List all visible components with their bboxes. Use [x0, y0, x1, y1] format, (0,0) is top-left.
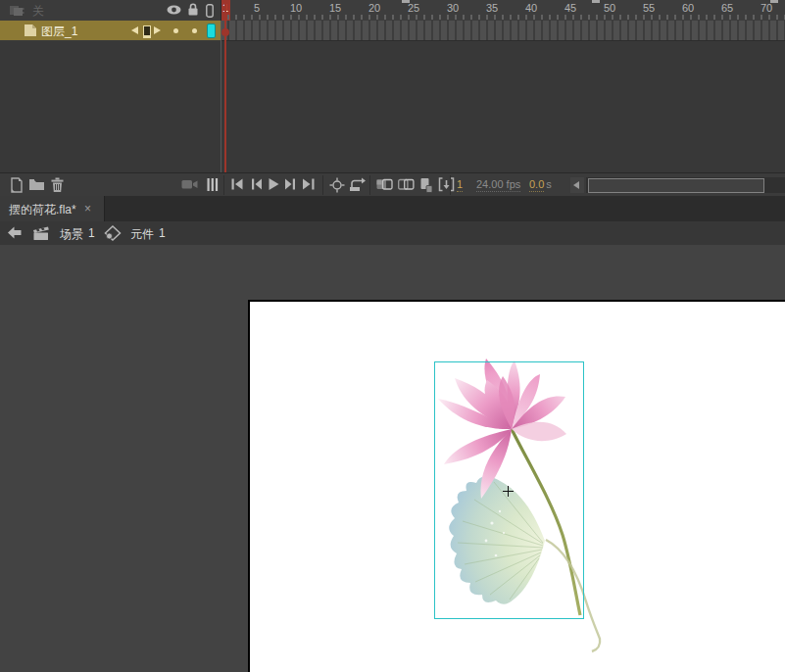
registration-cross	[508, 486, 509, 497]
step-forward-button[interactable]	[284, 177, 298, 191]
current-keyframe-icon[interactable]	[143, 25, 151, 38]
breadcrumb-scene-label[interactable]: 场景	[60, 226, 83, 243]
layer-row[interactable]: 图层_1	[0, 21, 221, 40]
step-back-button[interactable]	[249, 177, 263, 191]
layer-lock-dot[interactable]	[192, 28, 197, 33]
timeline-horizontal-scrollbar[interactable]	[586, 177, 785, 193]
ruler-frame-label: 30	[441, 2, 465, 14]
timeline-panel: 关 1510152025303540455055606570 图	[0, 0, 785, 196]
ruler-frame-label: 55	[637, 2, 661, 14]
timeline-scroll-left-button[interactable]	[570, 177, 584, 193]
edit-multiple-frames-button[interactable]	[418, 177, 433, 193]
prev-keyframe-icon[interactable]	[131, 26, 138, 34]
panel-label: 关	[32, 3, 44, 20]
camera-icon[interactable]	[181, 177, 198, 191]
ruler-frame-label: 60	[676, 2, 700, 14]
document-tab[interactable]: 摆的荷花.fla* ×	[0, 196, 105, 221]
toolbar-divider	[223, 175, 224, 195]
current-frame-field[interactable]: 1	[457, 178, 463, 190]
current-frame-value[interactable]: 1	[457, 178, 463, 192]
go-to-last-frame-button[interactable]	[302, 177, 316, 191]
stage-canvas[interactable]	[248, 300, 785, 672]
breadcrumb-symbol-number: 1	[159, 226, 166, 240]
ruler-frame-label: 45	[559, 2, 582, 14]
layer-outline-color-swatch[interactable]	[207, 24, 216, 38]
frame-rate-field[interactable]: 24.00 fps	[476, 178, 520, 190]
center-frame-button[interactable]	[329, 177, 345, 193]
lock-all-layers-icon[interactable]	[187, 3, 199, 16]
elapsed-time-value[interactable]: 0.0	[529, 178, 544, 192]
scene-clapperboard-icon	[32, 225, 51, 241]
work-area-pasteboard[interactable]	[0, 245, 785, 672]
outline-view-column-icon[interactable]	[206, 4, 214, 18]
ruler-frame-label: 35	[480, 2, 504, 14]
toolbar-divider	[450, 175, 451, 195]
delete-layer-trash-button[interactable]	[50, 177, 65, 193]
ruler-frame-label: 70	[755, 2, 778, 14]
panel-menu-icon[interactable]	[10, 5, 25, 17]
elapsed-time-field[interactable]: 0.0s	[529, 178, 552, 190]
layer-name-label[interactable]: 图层_1	[41, 24, 77, 40]
onion-skin-outlines-button[interactable]	[398, 177, 415, 192]
next-keyframe-icon[interactable]	[154, 26, 161, 34]
ruler-frame-label: 40	[519, 2, 543, 14]
modify-markers-button[interactable]	[438, 177, 455, 192]
ruler-frame-label: 25	[402, 2, 425, 14]
breadcrumb-scene-number[interactable]: 1	[88, 226, 95, 240]
loop-playback-button[interactable]	[349, 177, 366, 192]
go-to-first-frame-button[interactable]	[230, 177, 244, 191]
frame-rate-value[interactable]: 24.00 fps	[476, 178, 520, 192]
timeline-scrollbar-thumb[interactable]	[588, 178, 764, 193]
playhead-line[interactable]	[224, 0, 226, 172]
ruler-frame-label: 50	[598, 2, 621, 14]
show-parent-layers-icon[interactable]	[207, 178, 219, 191]
ruler-frame-label: 65	[715, 2, 739, 14]
timeline-frame-ruler[interactable]: 1510152025303540455055606570	[221, 0, 785, 22]
layer-page-icon	[24, 24, 37, 37]
ruler-frame-label: 10	[284, 2, 308, 14]
onion-skin-button[interactable]	[376, 177, 393, 192]
layer-frames-divider[interactable]	[221, 21, 221, 172]
document-tab-title[interactable]: 摆的荷花.fla*	[9, 202, 76, 218]
timeline-columns-header: 关	[0, 0, 221, 22]
ruler-labels: 1510152025303540455055606570	[221, 0, 785, 21]
document-tab-bar: 摆的荷花.fla* ×	[0, 196, 785, 222]
toolbar-divider	[369, 175, 370, 195]
tab-close-icon[interactable]: ×	[84, 202, 91, 216]
timeline-toolbar: 1 24.00 fps 0.0s	[0, 172, 785, 197]
edit-bar: 场景 1 元件 1	[0, 221, 785, 246]
elapsed-time-unit: s	[546, 178, 552, 190]
playhead-frame-marker[interactable]	[221, 28, 229, 36]
symbol-icon	[104, 225, 122, 241]
timeline-empty-area[interactable]	[0, 41, 785, 172]
ruler-frame-label: 20	[363, 2, 386, 14]
play-button[interactable]	[267, 177, 280, 191]
scroll-left-arrow-icon	[573, 181, 579, 189]
ruler-frame-label: 15	[323, 2, 347, 14]
show-hide-all-layers-eye-icon[interactable]	[167, 5, 181, 15]
toolbar-divider	[322, 175, 323, 195]
ruler-frame-label: 5	[245, 2, 269, 14]
new-folder-button[interactable]	[28, 177, 45, 192]
new-layer-button[interactable]	[8, 177, 24, 193]
layer-frames-strip[interactable]	[221, 21, 785, 41]
back-arrow-button[interactable]	[7, 226, 22, 239]
animate-application-window: 关 1510152025303540455055606570 图	[0, 0, 785, 672]
layer-visibility-dot[interactable]	[173, 28, 178, 33]
breadcrumb-symbol-label: 元件	[130, 226, 154, 243]
